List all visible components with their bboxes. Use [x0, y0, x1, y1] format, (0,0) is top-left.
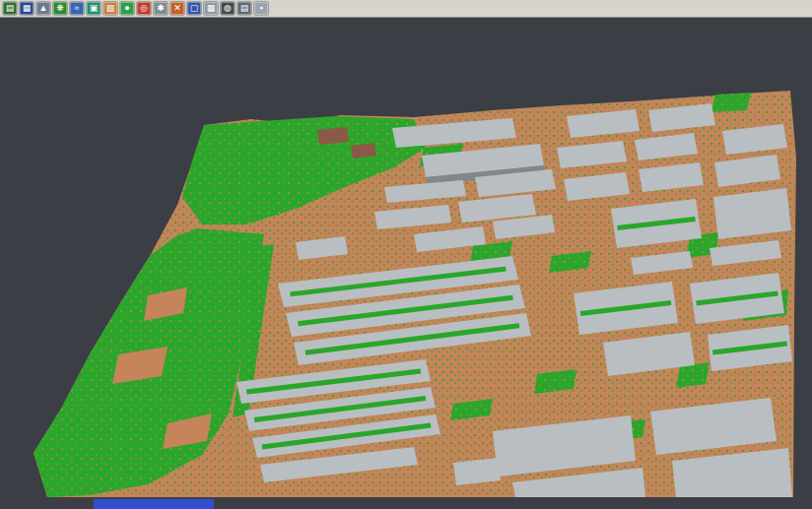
bottom-blue-strip — [94, 499, 214, 509]
target-icon[interactable]: ◎ — [137, 2, 151, 15]
ortho-icon[interactable]: ▧ — [103, 2, 117, 15]
pointcloud-scene — [0, 18, 812, 509]
print-icon[interactable]: ▤ — [237, 2, 251, 15]
water-icon[interactable]: ≈ — [70, 2, 84, 15]
building-roof — [453, 458, 501, 485]
main-toolbar: ▤▦▲❋≈▣▧●◎✱✕▢▦◍▤▪ — [0, 0, 812, 18]
3d-viewport[interactable] — [0, 18, 812, 509]
close-tool-icon[interactable]: ✕ — [170, 2, 184, 15]
layers-icon[interactable]: ▤ — [3, 2, 17, 15]
small-structure — [317, 127, 349, 145]
vegetation-icon[interactable]: ❋ — [53, 2, 67, 15]
sphere-icon[interactable]: ● — [120, 2, 134, 15]
terrain-icon[interactable]: ▲ — [36, 2, 50, 15]
classify-icon[interactable]: ▣ — [87, 2, 101, 15]
settings-icon[interactable]: ✱ — [154, 2, 168, 15]
vegetation-patch — [711, 93, 751, 112]
grid-icon[interactable]: ▦ — [204, 2, 218, 15]
globe-icon[interactable]: ◍ — [221, 2, 235, 15]
building-roof — [713, 188, 791, 239]
info-icon[interactable]: ▪ — [254, 2, 268, 15]
frame-icon[interactable]: ▢ — [187, 2, 201, 15]
map-icon[interactable]: ▦ — [20, 2, 34, 15]
application-window: ▤▦▲❋≈▣▧●◎✱✕▢▦◍▤▪ — [0, 0, 812, 509]
